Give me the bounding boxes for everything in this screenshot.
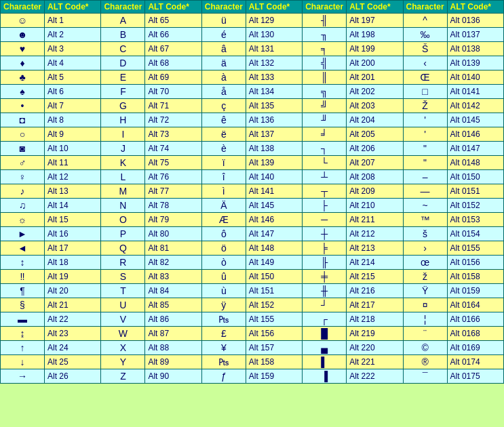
alt-code-cell: Alt 16 <box>45 227 101 241</box>
char-cell: ▌ <box>303 355 347 369</box>
alt-code-cell: Alt 82 <box>145 256 201 270</box>
char-cell: ž <box>403 270 447 284</box>
alt-code-cell: Alt 216 <box>347 284 403 298</box>
alt-code-cell: Alt 81 <box>145 241 201 256</box>
alt-code-cell: Alt 131 <box>246 42 302 56</box>
char-cell: ▄ <box>303 341 347 355</box>
char-cell: Y <box>101 355 145 369</box>
char-cell: › <box>403 241 447 256</box>
char-cell: ₧ <box>201 312 246 327</box>
alt-code-cell: Alt 203 <box>347 99 403 113</box>
alt-code-cell: Alt 0141 <box>447 85 503 99</box>
table-row: ¶Alt 20TAlt 84ùAlt 151╫Alt 216ŸAlt 0159 <box>1 284 504 298</box>
alt-code-cell: Alt 135 <box>246 99 302 113</box>
char-cell: ♣ <box>1 70 45 85</box>
char-cell: š <box>403 227 447 241</box>
alt-code-cell: Alt 0150 <box>447 170 503 184</box>
alt-code-cell: Alt 15 <box>45 213 101 227</box>
char-cell: ' <box>403 113 447 127</box>
table-row: ♣Alt 5EAlt 69àAlt 133║Alt 201ŒAlt 0140 <box>1 70 504 85</box>
char-cell: £ <box>201 327 246 341</box>
char-cell: K <box>101 156 145 170</box>
table-row: ►Alt 16PAlt 80ôAlt 147┼Alt 212šAlt 0154 <box>1 227 504 241</box>
alt-code-cell: Alt 150 <box>246 270 302 284</box>
table-row: ☼Alt 15OAlt 79ÆAlt 146─Alt 211™Alt 0153 <box>1 213 504 227</box>
table-row: ♫Alt 14NAlt 78ÄAlt 145├Alt 210~Alt 0152 <box>1 199 504 213</box>
alt-code-cell: Alt 78 <box>145 199 201 213</box>
alt-code-cell: Alt 18 <box>45 256 101 270</box>
alt-code-cell: Alt 20 <box>45 284 101 298</box>
char-cell: Q <box>101 241 145 256</box>
char-cell: é <box>201 28 246 42</box>
alt-code-cell: Alt 0146 <box>447 127 503 142</box>
col-header-char5: Character <box>403 1 447 14</box>
char-cell: • <box>1 99 45 113</box>
alt-code-cell: Alt 74 <box>145 142 201 156</box>
alt-code-cell: Alt 149 <box>246 256 302 270</box>
char-cell: M <box>101 184 145 199</box>
alt-code-cell: Alt 0169 <box>447 341 503 355</box>
char-cell: ♥ <box>1 42 45 56</box>
char-cell: F <box>101 85 145 99</box>
char-cell: I <box>101 127 145 142</box>
char-cell: S <box>101 270 145 284</box>
alt-code-cell: Alt 0164 <box>447 298 503 312</box>
char-cell: O <box>101 213 145 227</box>
alt-code-cell: Alt 83 <box>145 270 201 284</box>
alt-code-cell: Alt 0138 <box>447 42 503 56</box>
char-cell: ¤ <box>403 298 447 312</box>
alt-code-cell: Alt 0140 <box>447 70 503 85</box>
char-cell: — <box>403 184 447 199</box>
table-row: ☻Alt 2BAlt 66éAlt 130╖Alt 198‰Alt 0137 <box>1 28 504 42</box>
alt-code-cell: Alt 3 <box>45 42 101 56</box>
alt-codes-table: CharacterALT Code*CharacterALT Code*Char… <box>0 0 504 384</box>
char-cell: ♫ <box>1 199 45 213</box>
char-cell: ™ <box>403 213 447 227</box>
alt-code-cell: Alt 67 <box>145 42 201 56</box>
alt-code-cell: Alt 201 <box>347 70 403 85</box>
char-cell: V <box>101 312 145 327</box>
char-cell: ☼ <box>1 213 45 227</box>
alt-code-cell: Alt 26 <box>45 369 101 384</box>
alt-code-cell: Alt 152 <box>246 298 302 312</box>
char-cell: █ <box>303 327 347 341</box>
alt-code-cell: Alt 0155 <box>447 241 503 256</box>
alt-code-cell: Alt 66 <box>145 28 201 42</box>
char-cell: ◙ <box>1 142 45 156</box>
alt-code-cell: Alt 146 <box>246 213 302 227</box>
char-cell: à <box>201 70 246 85</box>
char-cell: ç <box>201 99 246 113</box>
char-cell: G <box>101 99 145 113</box>
alt-code-cell: Alt 0159 <box>447 284 503 298</box>
char-cell: L <box>101 170 145 184</box>
char-cell: J <box>101 142 145 156</box>
alt-code-cell: Alt 85 <box>145 298 201 312</box>
alt-code-cell: Alt 1 <box>45 14 101 28</box>
alt-code-cell: Alt 84 <box>145 284 201 298</box>
alt-code-cell: Alt 134 <box>246 85 302 99</box>
alt-code-cell: Alt 0158 <box>447 270 503 284</box>
char-cell: P <box>101 227 145 241</box>
alt-code-cell: Alt 0168 <box>447 327 503 341</box>
alt-code-cell: Alt 156 <box>246 327 302 341</box>
char-cell: " <box>403 156 447 170</box>
alt-code-cell: Alt 75 <box>145 156 201 170</box>
alt-code-cell: Alt 205 <box>347 127 403 142</box>
char-cell: ╜ <box>303 113 347 127</box>
char-cell: ♂ <box>1 156 45 170</box>
alt-code-cell: Alt 0142 <box>447 99 503 113</box>
alt-code-cell: Alt 4 <box>45 56 101 70</box>
char-cell: ┘ <box>303 298 347 312</box>
alt-code-cell: Alt 0148 <box>447 156 503 170</box>
char-cell: ¶ <box>1 284 45 298</box>
char-cell: ┌ <box>303 312 347 327</box>
col-header-char1: Character <box>1 1 45 14</box>
alt-code-cell: Alt 72 <box>145 113 201 127</box>
char-cell: ë <box>201 127 246 142</box>
char-cell: ○ <box>1 127 45 142</box>
alt-code-cell: Alt 0154 <box>447 227 503 241</box>
char-cell: D <box>101 56 145 70</box>
char-cell: " <box>403 142 447 156</box>
alt-code-cell: Alt 199 <box>347 42 403 56</box>
alt-code-cell: Alt 77 <box>145 184 201 199</box>
